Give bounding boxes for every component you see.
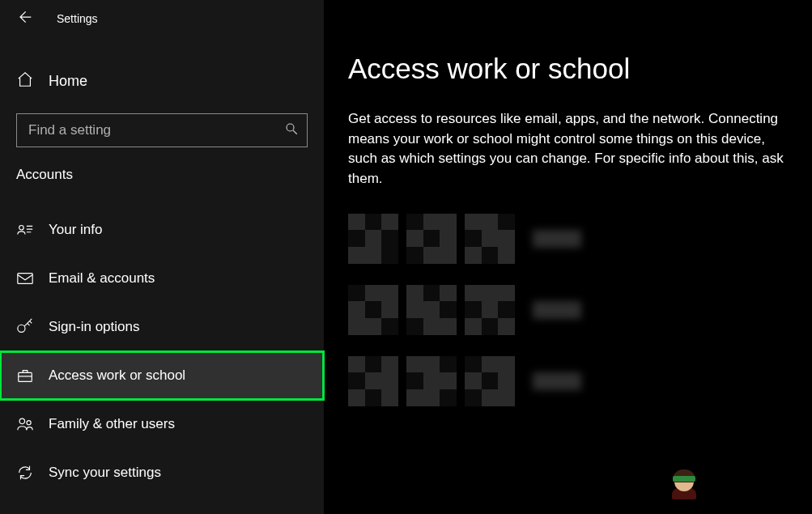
search-container: [16, 113, 308, 147]
people-icon: [16, 415, 34, 433]
redacted-label: [533, 230, 581, 248]
svg-point-5: [19, 418, 24, 423]
sync-icon: [16, 464, 34, 482]
nav-list: Your info Email & accounts Sign-in optio…: [0, 206, 324, 497]
account-entry-redacted[interactable]: [348, 356, 812, 406]
title-bar: Settings: [0, 0, 324, 36]
sidebar-item-email-accounts[interactable]: Email & accounts: [0, 254, 324, 303]
section-header-accounts: Accounts: [0, 147, 324, 191]
account-entry-redacted[interactable]: [348, 285, 812, 335]
page-description: Get access to resources like email, apps…: [348, 109, 793, 189]
nav-label: Family & other users: [49, 416, 175, 432]
svg-point-3: [18, 325, 25, 332]
connected-accounts-list: [348, 214, 812, 406]
envelope-icon: [16, 270, 34, 287]
nav-label: Access work or school: [49, 367, 185, 384]
svg-point-6: [27, 421, 31, 425]
app-title: Settings: [57, 12, 98, 25]
nav-label: Email & accounts: [49, 270, 155, 287]
search-box[interactable]: [16, 113, 308, 147]
svg-point-1: [19, 226, 24, 231]
svg-rect-2: [18, 274, 32, 284]
sidebar-item-family-users[interactable]: Family & other users: [0, 400, 324, 448]
page-title: Access work or school: [348, 53, 812, 85]
back-arrow-icon[interactable]: [16, 9, 32, 28]
briefcase-icon: [16, 367, 34, 384]
home-icon: [16, 70, 34, 91]
redacted-icon: [348, 214, 515, 264]
search-icon: [284, 121, 299, 139]
person-card-icon: [16, 221, 34, 239]
nav-label: Sign-in options: [49, 319, 139, 335]
home-nav[interactable]: Home: [0, 61, 324, 101]
home-label: Home: [49, 73, 87, 90]
account-entry-redacted[interactable]: [348, 214, 812, 264]
mascot-avatar-icon: [670, 470, 699, 499]
redacted-icon: [348, 356, 515, 406]
sidebar-item-access-work-school[interactable]: Access work or school: [0, 351, 324, 400]
svg-rect-4: [19, 372, 32, 381]
main-content: Access work or school Get access to reso…: [324, 0, 812, 514]
key-icon: [16, 318, 34, 336]
sidebar-item-sync-settings[interactable]: Sync your settings: [0, 448, 324, 497]
svg-point-0: [287, 124, 294, 131]
redacted-icon: [348, 285, 515, 335]
search-input[interactable]: [28, 122, 284, 138]
redacted-label: [533, 301, 581, 319]
sidebar-item-signin-options[interactable]: Sign-in options: [0, 303, 324, 351]
settings-sidebar: Settings Home Accounts Your info Email &: [0, 0, 324, 514]
redacted-label: [533, 372, 581, 390]
nav-label: Your info: [49, 222, 102, 238]
sidebar-item-your-info[interactable]: Your info: [0, 206, 324, 254]
nav-label: Sync your settings: [49, 465, 161, 481]
